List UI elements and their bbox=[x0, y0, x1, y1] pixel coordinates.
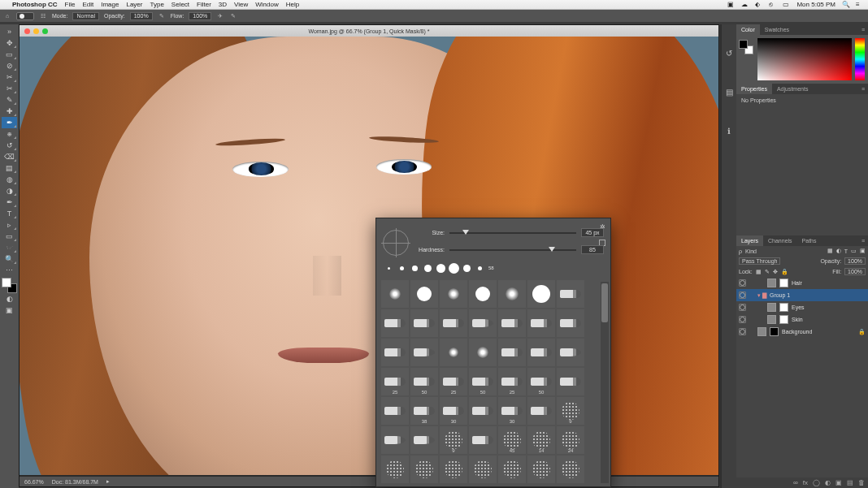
tablet-pressure-opacity-icon[interactable]: ✎ bbox=[158, 12, 166, 20]
menu-filter[interactable]: Filter bbox=[197, 1, 211, 8]
brush-preset[interactable]: 24 bbox=[557, 426, 584, 454]
brush-preset[interactable]: 9 bbox=[557, 397, 584, 425]
layer-row[interactable]: ▾ ▇Group 1 bbox=[736, 289, 868, 301]
quick-select-tool[interactable]: ✂ bbox=[2, 71, 17, 83]
brush-preset[interactable] bbox=[469, 309, 497, 337]
tab-layers[interactable]: Layers bbox=[736, 235, 763, 246]
brush-preset[interactable] bbox=[557, 309, 584, 337]
canvas[interactable] bbox=[20, 37, 718, 475]
layer-fx-icon[interactable]: fx bbox=[803, 479, 808, 486]
layer-name[interactable]: Skin bbox=[792, 317, 866, 322]
layer-row[interactable]: Background🔒 bbox=[736, 326, 868, 338]
zoom-tool[interactable]: 🔍 bbox=[2, 253, 17, 265]
brush-preset[interactable] bbox=[557, 456, 584, 483]
move-tool[interactable]: ✥ bbox=[2, 37, 17, 49]
window-titlebar[interactable]: Woman.jpg @ 66.7% (Group 1, Quick Mask/8… bbox=[20, 25, 718, 37]
menu-type[interactable]: Type bbox=[150, 1, 163, 8]
quickmask-toggle[interactable]: ◐ bbox=[2, 293, 17, 304]
brush-preset[interactable]: 9 bbox=[440, 426, 467, 454]
visibility-toggle-icon[interactable] bbox=[739, 316, 746, 323]
brush-preset[interactable]: 14 bbox=[527, 426, 555, 454]
status-wifi-icon[interactable]: ⎋ bbox=[769, 1, 776, 8]
recent-brush[interactable] bbox=[461, 262, 472, 274]
menu-help[interactable]: Help bbox=[286, 1, 299, 8]
lock-trans-icon[interactable]: ▦ bbox=[756, 269, 762, 275]
flow-input[interactable]: 100% bbox=[189, 12, 211, 20]
brush-preset[interactable] bbox=[410, 280, 438, 308]
brush-preset[interactable] bbox=[440, 309, 467, 337]
brush-preset[interactable] bbox=[527, 309, 555, 337]
filter-shape-icon[interactable]: ▭ bbox=[851, 248, 857, 254]
lock-pixels-icon[interactable]: ✎ bbox=[765, 269, 770, 275]
layer-opacity-input[interactable]: 100% bbox=[844, 257, 866, 265]
screenmode-toggle[interactable]: ▣ bbox=[2, 304, 17, 316]
eyedropper-tool[interactable]: ✎ bbox=[2, 94, 17, 106]
brush-preset[interactable]: 25 bbox=[381, 368, 409, 395]
tab-properties[interactable]: Properties bbox=[736, 84, 772, 94]
layer-name[interactable]: Eyes bbox=[792, 304, 866, 310]
brush-grid-scrollbar[interactable] bbox=[601, 282, 609, 483]
brush-preset[interactable] bbox=[469, 456, 497, 483]
color-fgbg[interactable] bbox=[739, 40, 753, 54]
recent-brush[interactable] bbox=[448, 262, 459, 274]
lasso-tool[interactable]: ⊘ bbox=[2, 60, 17, 71]
layer-name[interactable]: Background bbox=[782, 329, 855, 335]
recent-brush[interactable] bbox=[474, 262, 485, 274]
link-layers-icon[interactable]: ∞ bbox=[793, 479, 798, 486]
layer-group-icon[interactable]: ▣ bbox=[835, 479, 842, 486]
recent-brush[interactable] bbox=[409, 262, 420, 274]
layer-name[interactable]: Group 1 bbox=[770, 292, 866, 298]
color-panel-menu-icon[interactable]: ≡ bbox=[858, 24, 868, 35]
tab-channels[interactable]: Channels bbox=[763, 235, 797, 246]
opacity-input[interactable]: 100% bbox=[130, 12, 153, 20]
brush-preset[interactable]: 25 bbox=[498, 368, 526, 395]
visibility-toggle-icon[interactable] bbox=[739, 304, 746, 311]
brush-preset[interactable] bbox=[381, 339, 409, 366]
brush-preset[interactable] bbox=[410, 339, 438, 366]
blend-mode-select[interactable]: Pass Through bbox=[739, 257, 780, 265]
brush-preset[interactable] bbox=[410, 456, 438, 483]
recent-brush[interactable] bbox=[396, 262, 407, 274]
airbrush-icon[interactable]: ✈ bbox=[216, 12, 224, 20]
visibility-toggle-icon[interactable] bbox=[739, 292, 746, 299]
brush-tool[interactable]: ✒ bbox=[2, 117, 17, 128]
app-name[interactable]: Photoshop CC bbox=[12, 1, 58, 8]
brush-preset[interactable]: 50 bbox=[469, 368, 497, 395]
hardness-value[interactable]: 85 bbox=[581, 245, 604, 254]
menu-image[interactable]: Image bbox=[101, 1, 119, 8]
menu-window[interactable]: Window bbox=[255, 1, 278, 8]
path-select-tool[interactable]: ▹ bbox=[2, 219, 17, 231]
layer-name[interactable]: Hair bbox=[792, 280, 866, 286]
type-tool[interactable]: T bbox=[2, 208, 17, 219]
dodge-tool[interactable]: ◑ bbox=[2, 185, 17, 196]
brush-preset[interactable] bbox=[527, 397, 555, 425]
brush-panel-icon[interactable]: ☷ bbox=[39, 12, 47, 20]
actions-panel-icon[interactable]: ▤ bbox=[723, 86, 735, 97]
healing-tool[interactable]: ✚ bbox=[2, 106, 17, 117]
layer-row[interactable]: Eyes bbox=[736, 301, 868, 313]
shape-tool[interactable]: ▭ bbox=[2, 231, 17, 242]
layers-panel-menu-icon[interactable]: ≡ bbox=[858, 235, 868, 246]
adjustment-layer-icon[interactable]: ◐ bbox=[825, 479, 831, 486]
recent-brush[interactable] bbox=[383, 262, 394, 274]
eraser-tool[interactable]: ⌫ bbox=[2, 151, 17, 162]
info-panel-icon[interactable]: ℹ bbox=[723, 125, 735, 136]
lock-all-icon[interactable]: 🔒 bbox=[781, 269, 788, 275]
brush-preset[interactable]: 45 bbox=[498, 426, 526, 454]
recent-brush[interactable] bbox=[422, 262, 433, 274]
hardness-slider[interactable] bbox=[449, 249, 576, 251]
brush-preset[interactable] bbox=[527, 456, 555, 483]
layer-row[interactable]: Hair bbox=[736, 277, 868, 289]
filter-adjust-icon[interactable]: ◐ bbox=[836, 248, 841, 254]
brush-preset[interactable]: 50 bbox=[527, 368, 555, 395]
brush-preset[interactable] bbox=[469, 426, 497, 454]
delete-layer-icon[interactable]: 🗑 bbox=[858, 479, 865, 486]
layer-row[interactable]: Skin bbox=[736, 313, 868, 326]
brush-preset[interactable]: 30 bbox=[440, 397, 467, 425]
brush-preset[interactable] bbox=[440, 456, 467, 483]
status-camera-icon[interactable]: ▣ bbox=[727, 1, 735, 8]
history-panel-icon[interactable]: ↺ bbox=[723, 47, 735, 58]
visibility-toggle-icon[interactable] bbox=[739, 279, 746, 287]
tab-adjustments[interactable]: Adjustments bbox=[772, 84, 814, 94]
filter-pixel-icon[interactable]: ▦ bbox=[827, 248, 833, 254]
